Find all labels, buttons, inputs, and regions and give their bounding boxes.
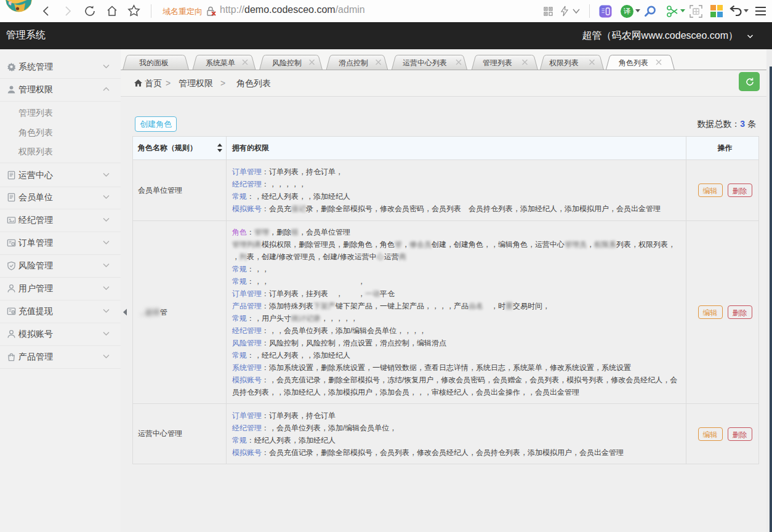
svg-text:滑点控制: 滑点控制 (339, 58, 368, 67)
svg-text:我的面板: 我的面板 (139, 58, 169, 67)
svg-text:管理列表: 管理列表 (483, 58, 512, 67)
svg-text:系统菜单: 系统菜单 (206, 58, 235, 67)
svg-text:运营中心列表: 运营中心列表 (403, 58, 447, 67)
svg-text:权限列表: 权限列表 (549, 58, 579, 67)
svg-text:角色列表: 角色列表 (618, 58, 648, 67)
svg-text:风险控制: 风险控制 (272, 58, 302, 67)
